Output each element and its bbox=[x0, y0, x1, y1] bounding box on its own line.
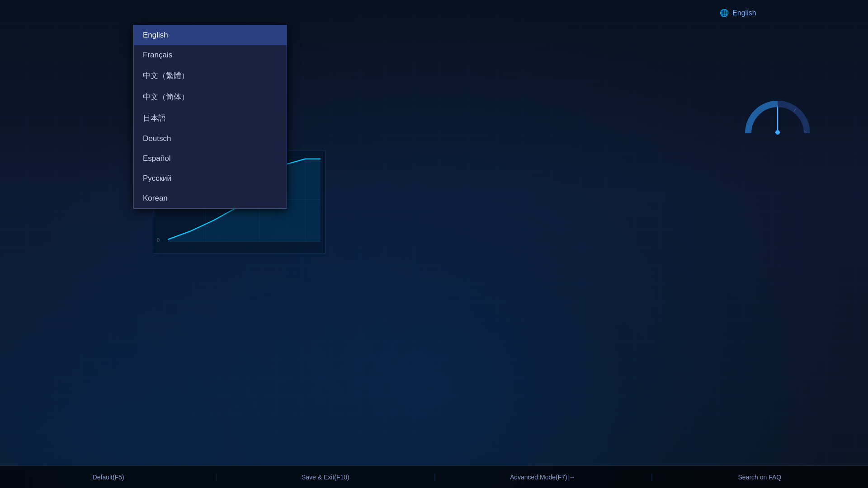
lang-option-deutsch[interactable]: Deutsch bbox=[134, 129, 287, 149]
lang-label: English bbox=[732, 9, 756, 17]
globe-icon: 🌐 bbox=[720, 9, 729, 17]
lang-option-espanol[interactable]: Español bbox=[134, 149, 287, 169]
lang-option-english[interactable]: English bbox=[134, 25, 287, 45]
gauge-svg bbox=[741, 93, 814, 138]
lang-option-japanese[interactable]: 日本語 bbox=[134, 108, 287, 129]
lang-option-russian[interactable]: Русский bbox=[134, 169, 287, 188]
default-button[interactable]: Default(F5) bbox=[0, 474, 217, 481]
advanced-mode-button[interactable]: Advanced Mode(F7)|→ bbox=[434, 474, 651, 481]
svg-point-16 bbox=[775, 130, 780, 135]
gauge-container bbox=[698, 93, 857, 138]
chart-y-0: 0 bbox=[157, 237, 160, 243]
lang-option-zh-trad[interactable]: 中文（繁體） bbox=[134, 65, 287, 86]
lang-option-francais[interactable]: Français bbox=[134, 45, 287, 65]
footer: Default(F5) Save & Exit(F10) Advanced Mo… bbox=[0, 465, 868, 488]
save-exit-button[interactable]: Save & Exit(F10) bbox=[217, 474, 434, 481]
language-dropdown: English Français 中文（繁體） 中文（简体） 日本語 Deuts… bbox=[133, 25, 287, 209]
search-faq-button[interactable]: Search on FAQ bbox=[651, 474, 868, 481]
lang-option-zh-simp[interactable]: 中文（简体） bbox=[134, 86, 287, 108]
lang-option-korean[interactable]: Korean bbox=[134, 188, 287, 208]
language-button[interactable]: 🌐 English bbox=[720, 9, 756, 17]
